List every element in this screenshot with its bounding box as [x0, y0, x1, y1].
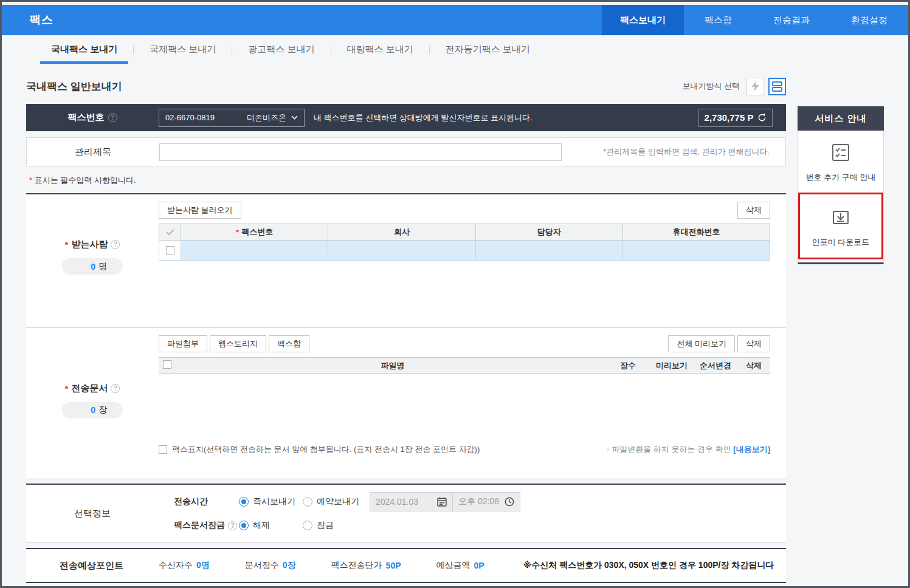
section-head: 국내팩스 일반보내기 보내기방식 선택 — [26, 64, 786, 104]
date-field[interactable]: 2024.01.03 — [370, 493, 453, 511]
row-checkbox[interactable] — [166, 246, 174, 255]
fax-app-window: 팩스 팩스보내기 팩스함 전송결과 환경설정 국내팩스 보내기 국제팩스 보내기… — [0, 0, 910, 588]
help-icon[interactable] — [228, 521, 237, 530]
select-all-column[interactable] — [159, 224, 181, 240]
recipients-table: * 팩스번호 회사 담당자 휴대전화번호 — [159, 224, 770, 261]
delete-recipients-button[interactable]: 삭제 — [737, 202, 770, 219]
webstorage-button[interactable]: 웹스토리지 — [210, 335, 266, 352]
app-title: 팩스 — [2, 12, 53, 28]
contact-person-cell[interactable] — [476, 241, 623, 260]
summary-unit-price: 팩스전송단가 50P — [331, 560, 401, 571]
delete-documents-button[interactable]: 삭제 — [737, 335, 770, 352]
annotation-highlight-box: 인포미 다운로드 — [798, 193, 883, 259]
points-balance[interactable]: 2,730,775 P — [698, 109, 773, 127]
refresh-icon[interactable] — [757, 113, 767, 122]
checklist-icon — [831, 143, 850, 162]
load-recipients-button[interactable]: 받는사람 불러오기 — [159, 202, 241, 219]
summary-surcharge-note: ※수신처 팩스번호가 030X, 050X 번호인 경우 100P/장 차감됩니… — [523, 560, 774, 571]
subject-row: 관리제목 *관리제목을 입력하면 검색, 관리가 편해집니다. — [26, 137, 786, 166]
sidebar-item-label: 번호 추가 구매 안내 — [806, 172, 876, 183]
nav-fax-send[interactable]: 팩스보내기 — [602, 5, 684, 35]
send-time-label: 전송시간 — [174, 496, 239, 507]
sidebar-item-infomi-download[interactable]: 인포미 다운로드 — [812, 208, 870, 248]
nav-send-result[interactable]: 전송결과 — [753, 5, 830, 35]
company-cell[interactable] — [328, 241, 475, 260]
help-icon[interactable] — [111, 240, 120, 249]
fax-number-label-wrap: 팩스번호 — [26, 112, 159, 123]
fax-number-value: 02-6670-0819 — [165, 113, 215, 122]
radio-button-checked[interactable] — [239, 497, 249, 507]
fax-number-select[interactable]: 02-6670-0819 더존비즈온 — [159, 109, 305, 127]
calendar-icon[interactable] — [437, 497, 447, 507]
preview-all-button[interactable]: 전체 미리보기 — [668, 335, 735, 352]
check-icon — [166, 229, 174, 236]
summary-page-count: 문서장수 0장 — [245, 560, 296, 571]
recipients-body: 받는사람 불러오기 삭제 * — [159, 194, 786, 319]
radio-unlock[interactable]: 해제 — [239, 520, 303, 531]
app-header: 팩스 팩스보내기 팩스함 전송결과 환경설정 — [2, 5, 908, 35]
summary-title: 전송예상포인트 — [60, 560, 123, 572]
recipient-count-badge: 0 명 — [62, 258, 123, 275]
recipient-count: 0 — [91, 262, 95, 272]
fax-number-description: 내 팩스번호를 선택하면 상대방에게 발신자번호로 표시됩니다. — [314, 112, 698, 123]
subject-input[interactable] — [159, 143, 562, 161]
column-reorder: 순서변경 — [694, 360, 737, 371]
attach-file-button[interactable]: 파일첨부 — [159, 335, 207, 352]
documents-body: 파일첨부 웹스토리지 팩스함 전체 미리보기 삭제 파일명 — [159, 328, 786, 473]
fax-type-tabs: 국내팩스 보내기 국제팩스 보내기 광고팩스 보내기 대량팩스 보내기 전자등기… — [2, 35, 908, 64]
document-count-badge: 0 장 — [62, 402, 123, 419]
subject-note: *관리제목을 입력하면 검색, 관리가 편해집니다. — [562, 146, 785, 157]
column-contact-person: 담당자 — [476, 224, 623, 240]
sidebar-item-number-purchase[interactable]: 번호 추가 구매 안내 — [798, 143, 883, 183]
view-contents-link[interactable]: [내용보기] — [733, 445, 770, 454]
nav-settings[interactable]: 환경설정 — [830, 5, 908, 35]
main-form: 국내팩스 일반보내기 보내기방식 선택 — [26, 64, 786, 583]
tab-ad-fax[interactable]: 광고팩스 보내기 — [232, 35, 330, 64]
tab-bulk-fax[interactable]: 대량팩스 보내기 — [331, 35, 429, 64]
documents-label: 전송문서 — [71, 383, 108, 394]
fax-owner-name: 더존비즈온 — [247, 112, 286, 123]
fax-cover-row: 팩스표지(선택하면 전송하는 문서 앞에 첨부됩니다. (표지 전송시 1장 전… — [159, 444, 770, 455]
tab-registered-fax[interactable]: 전자등기팩스 보내기 — [430, 35, 546, 64]
fax-number-cell[interactable] — [181, 241, 328, 260]
column-filename: 파일명 — [179, 360, 606, 371]
radio-button-checked[interactable] — [239, 521, 249, 530]
lightning-icon — [751, 81, 760, 92]
time-value: 오후 02:08 — [458, 496, 499, 507]
options-label: 선택정보 — [74, 508, 111, 519]
radio-lock[interactable]: 잠금 — [303, 520, 367, 531]
recipients-table-header: * 팩스번호 회사 담당자 휴대전화번호 — [159, 224, 770, 241]
time-field[interactable]: 오후 02:08 — [453, 493, 520, 511]
summary-section: 전송예상포인트 수신자수 0명 문서장수 0장 팩스전송단가 50P 예상금액 … — [26, 548, 786, 583]
help-icon[interactable] — [108, 113, 117, 122]
fax-cover-checkbox[interactable] — [159, 445, 167, 454]
form-box: * 받는사람 0 명 받는사람 불러오기 삭제 — [26, 193, 786, 479]
points-value: 2,730,775 P — [705, 112, 754, 123]
documents-select-all-checkbox[interactable] — [163, 360, 171, 369]
doc-lock-label: 팩스문서잠금 — [174, 520, 225, 531]
recipients-label: 받는사람 — [71, 239, 108, 250]
radio-button[interactable] — [303, 521, 312, 530]
help-icon[interactable] — [111, 384, 120, 393]
radio-send-now[interactable]: 즉시보내기 — [239, 496, 303, 507]
nav-fax-box[interactable]: 팩스함 — [684, 5, 753, 35]
mobile-number-cell[interactable] — [623, 241, 770, 260]
service-sidebar: 서비스 안내 번호 추가 구매 안내 인포미 다운로드 — [798, 106, 884, 264]
summary-estimated-amount: 예상금액 0P — [436, 560, 484, 571]
radio-send-reserved[interactable]: 예약보내기 — [303, 496, 367, 507]
form-mode-button[interactable] — [768, 78, 786, 95]
recipients-label-col: * 받는사람 0 명 — [26, 194, 159, 319]
faxbox-button[interactable]: 팩스함 — [269, 335, 309, 352]
tab-domestic-fax[interactable]: 국내팩스 보내기 — [35, 35, 133, 64]
required-note: * 표시는 필수입력 사항입니다. — [26, 166, 786, 193]
radio-button[interactable] — [303, 497, 312, 507]
clock-icon[interactable] — [505, 497, 514, 507]
documents-empty-area — [159, 374, 770, 442]
schedule-datetime-group: 2024.01.03 오후 02:08 — [370, 492, 520, 511]
sidebar-title: 서비스 안내 — [798, 106, 884, 131]
recipient-row-empty — [159, 241, 770, 261]
convert-fail-note: - 파일변환을 하지 못하는 경우 확인 — [607, 445, 731, 454]
tab-international-fax[interactable]: 국제팩스 보내기 — [134, 35, 232, 64]
column-fax-number: * 팩스번호 — [181, 224, 328, 240]
quick-mode-button[interactable] — [746, 78, 764, 95]
